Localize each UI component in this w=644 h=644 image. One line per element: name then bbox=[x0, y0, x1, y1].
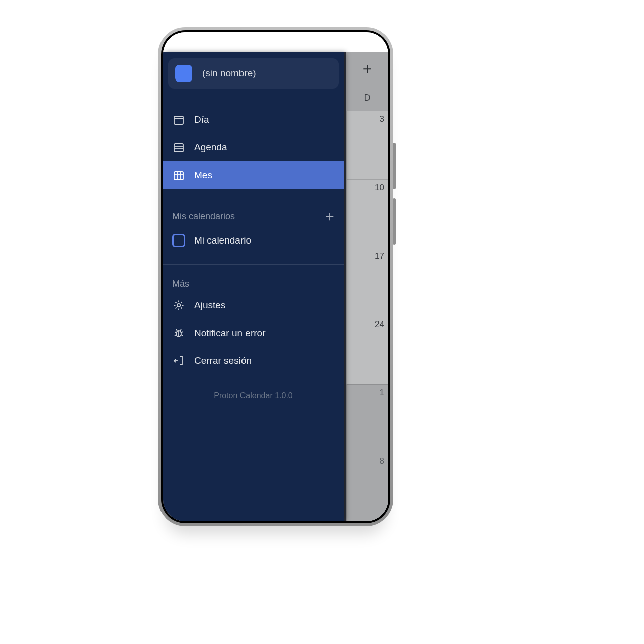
date-cell[interactable]: 8 bbox=[346, 453, 388, 521]
svg-rect-0 bbox=[174, 116, 183, 124]
svg-rect-5 bbox=[174, 172, 183, 180]
screen: ＋ D 3 10 17 24 1 8 (sin nombre) bbox=[163, 32, 388, 521]
view-day-label: Día bbox=[194, 114, 209, 125]
app-version: Proton Calendar 1.0.0 bbox=[163, 391, 344, 400]
app-body: ＋ D 3 10 17 24 1 8 (sin nombre) bbox=[163, 52, 388, 521]
more-section-header: Más bbox=[163, 272, 344, 291]
weekday-header: D bbox=[346, 85, 388, 111]
logout-icon bbox=[172, 355, 185, 367]
calendar-month-icon bbox=[172, 169, 185, 181]
view-month[interactable]: Mes bbox=[163, 161, 344, 189]
date-cell[interactable]: 24 bbox=[346, 316, 388, 384]
add-event-icon[interactable]: ＋ bbox=[360, 61, 375, 76]
phone-frame: ＋ D 3 10 17 24 1 8 (sin nombre) bbox=[158, 27, 393, 526]
logout-item[interactable]: Cerrar sesión bbox=[163, 347, 344, 374]
calendar-item-label: Mi calendario bbox=[194, 235, 251, 246]
view-agenda[interactable]: Agenda bbox=[163, 133, 344, 161]
view-day[interactable]: Día bbox=[163, 106, 344, 133]
status-bar bbox=[163, 32, 388, 52]
logout-label: Cerrar sesión bbox=[194, 355, 252, 366]
profile-color-swatch bbox=[175, 65, 192, 82]
profile-pill[interactable]: (sin nombre) bbox=[168, 58, 339, 89]
date-cell[interactable]: 1 bbox=[346, 384, 388, 453]
profile-name: (sin nombre) bbox=[202, 68, 256, 79]
date-cell[interactable]: 10 bbox=[346, 179, 388, 248]
volume-button bbox=[393, 143, 396, 189]
calendar-day-icon bbox=[172, 114, 185, 126]
calendar-checkbox[interactable] bbox=[172, 234, 185, 247]
view-agenda-label: Agenda bbox=[194, 142, 227, 153]
view-month-label: Mes bbox=[194, 170, 212, 181]
calendar-column-peek: ＋ D 3 10 17 24 1 8 bbox=[346, 52, 388, 521]
svg-rect-2 bbox=[174, 144, 183, 152]
settings-label: Ajustes bbox=[194, 300, 225, 311]
bug-icon bbox=[172, 327, 185, 339]
gear-icon bbox=[172, 299, 185, 311]
add-calendar-icon[interactable]: ＋ bbox=[323, 209, 337, 223]
date-cell[interactable]: 3 bbox=[346, 111, 388, 179]
settings-item[interactable]: Ajustes bbox=[163, 291, 344, 319]
date-cell[interactable]: 17 bbox=[346, 248, 388, 316]
report-bug-label: Notificar un error bbox=[194, 328, 266, 339]
calendar-agenda-icon bbox=[172, 141, 185, 153]
power-button bbox=[393, 198, 396, 245]
calendar-list-item[interactable]: Mi calendario bbox=[163, 226, 344, 254]
report-bug-item[interactable]: Notificar un error bbox=[163, 319, 344, 347]
svg-point-9 bbox=[177, 303, 180, 306]
my-calendars-header: Mis calendarios bbox=[172, 211, 235, 222]
nav-drawer: (sin nombre) Día bbox=[163, 52, 344, 521]
